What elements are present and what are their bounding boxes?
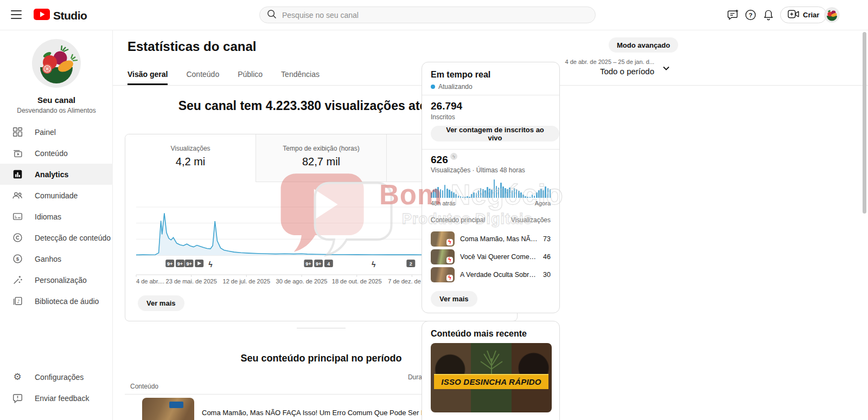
sidebar: Seu canal Desvendando os Alimentos Paine…	[0, 30, 113, 420]
sidebar-item-idiomas[interactable]: Idiomas	[0, 206, 113, 227]
sidebar-item-label: Comunidade	[35, 191, 78, 200]
feedback-icon	[12, 393, 23, 404]
latest-content-card: Conteúdo mais recente ISSO DESINCHA RÁPI…	[422, 321, 560, 420]
svg-text:30 de ago. de 2025: 30 de ago. de 2025	[276, 278, 328, 285]
page-scrollbar	[861, 30, 868, 420]
section-divider	[297, 328, 346, 328]
video-thumbnail: ϟ	[431, 249, 455, 264]
sidebar-item-label: Enviar feedback	[35, 394, 89, 403]
menu-hamburger-icon[interactable]	[11, 10, 22, 19]
realtime-card: Em tempo real Atualizando 26.794 Inscrit…	[422, 62, 560, 313]
realtime-title: Em tempo real	[431, 70, 490, 80]
metric-label: Tempo de exibição (horas)	[283, 145, 359, 152]
svg-text:2: 2	[410, 261, 412, 267]
svg-text:9+: 9+	[177, 261, 183, 267]
sidebar-item-conteudo[interactable]: Conteúdo	[0, 143, 113, 164]
copyright-icon	[12, 232, 23, 243]
realtime-views-label: Visualizações · Últimas 48 horas	[431, 166, 525, 174]
realtime-updating: Atualizando	[431, 83, 473, 91]
channel-search[interactable]	[259, 7, 596, 23]
metric-value: 82,7 mil	[302, 156, 340, 168]
video-title: Você Vai Querer Comer Cast...	[460, 253, 538, 261]
list-item[interactable]: ϟ Você Vai Querer Comer Cast... 46	[431, 249, 551, 264]
metric-tab-visualizacoes[interactable]: Visualizações 4,2 mi	[125, 134, 256, 182]
svg-text:♪: ♪	[17, 299, 20, 304]
create-button[interactable]: Criar	[780, 7, 827, 23]
realtime-list-header: Conteúdo principal Visualizações	[431, 216, 551, 224]
svg-text:18 de out. de 2025: 18 de out. de 2025	[332, 278, 382, 285]
help-icon[interactable]: ?	[744, 9, 757, 21]
svg-text:$: $	[16, 256, 19, 262]
notifications-bell-icon[interactable]	[762, 9, 775, 21]
list-item[interactable]: ϟ Coma Mamão, Mas NÃO FA... 73	[431, 231, 551, 247]
channel-name: Seu canal	[0, 95, 113, 105]
video-title: Coma Mamão, Mas NÃO FA...	[460, 235, 538, 243]
sidebar-item-biblioteca-audio[interactable]: ♪ Biblioteca de áudio	[0, 290, 113, 312]
chart-see-more-button[interactable]: Ver mais	[138, 295, 184, 311]
sidebar-item-label: Detecção de conteúdo	[35, 234, 111, 242]
realtime-see-more-button[interactable]: Ver mais	[431, 291, 477, 307]
tab-visao-geral[interactable]: Visão geral	[127, 65, 168, 85]
live-subscriber-count-button[interactable]: Ver contagem de inscritos ao vivo	[431, 126, 559, 141]
metric-tab-tempo-exibicao[interactable]: Tempo de exibição (horas) 82,7 mil	[256, 134, 386, 182]
tab-publico[interactable]: Público	[238, 65, 263, 85]
updating-dot-icon	[431, 85, 435, 89]
sidebar-item-label: Idiomas	[35, 212, 61, 221]
svg-text:9+: 9+	[305, 261, 311, 267]
dollar-icon: $	[12, 254, 23, 264]
svg-text:12 de jul. de 2025: 12 de jul. de 2025	[223, 278, 270, 285]
sidebar-item-label: Painel	[35, 128, 56, 137]
page-title: Estatísticas do canal	[127, 39, 256, 54]
metric-label: Visualizações	[170, 145, 210, 152]
shorts-info-icon: ϟ	[450, 153, 457, 160]
svg-text:23 de mai. de 2025: 23 de mai. de 2025	[166, 278, 217, 285]
sidebar-item-personalizacao[interactable]: Personalização	[0, 269, 113, 290]
list-item[interactable]: ϟ A Verdade Oculta Sobre a A... 30	[431, 267, 551, 282]
account-avatar[interactable]	[824, 7, 840, 23]
latest-video-thumbnail[interactable]: ISSO DESINCHA RÁPIDO	[431, 343, 552, 412]
tab-conteudo[interactable]: Conteúdo	[186, 65, 219, 85]
scrollbar-thumb[interactable]	[863, 32, 866, 214]
date-range-selector[interactable]: 4 de abr. de 2025 – 25 de jan. d... Todo…	[566, 56, 671, 85]
shorts-icon: ϟ	[446, 239, 453, 245]
sidebar-item-comunidade[interactable]: Comunidade	[0, 185, 113, 206]
realtime-bar-chart	[431, 178, 551, 198]
video-thumbnail	[142, 398, 194, 420]
advanced-mode-button[interactable]: Modo avançado	[609, 37, 678, 53]
updating-label: Atualizando	[438, 83, 473, 91]
search-input[interactable]	[282, 11, 589, 20]
channel-avatar[interactable]	[32, 39, 81, 88]
sidebar-item-analytics[interactable]: Analytics	[0, 164, 113, 185]
search-icon	[266, 9, 277, 22]
subscribers-count: 26.794	[431, 100, 462, 112]
sidebar-item-ganhos[interactable]: $ Ganhos	[0, 248, 113, 269]
column-content: Conteúdo	[130, 383, 158, 390]
sidebar-item-configuracoes[interactable]: ⚙ Configurações	[0, 366, 113, 387]
svg-text:4: 4	[327, 261, 330, 267]
svg-text:?: ?	[749, 12, 752, 18]
list-header-content: Conteúdo principal	[431, 216, 485, 224]
sidebar-item-painel[interactable]: Painel	[0, 121, 113, 143]
pineapple-plant-art	[477, 347, 506, 376]
sidebar-item-label: Personalização	[35, 276, 87, 285]
youtube-studio-logo[interactable]: Studio	[34, 9, 87, 22]
tab-tendencias[interactable]: Tendências	[281, 65, 320, 85]
video-title: A Verdade Oculta Sobre a A...	[460, 271, 538, 279]
svg-text:ϟ: ϟ	[208, 260, 213, 269]
realtime-views-count: 626	[431, 154, 448, 166]
video-views: 30	[543, 271, 551, 279]
list-header-views: Visualizações	[511, 216, 551, 224]
sidebar-item-enviar-feedback[interactable]: Enviar feedback	[0, 387, 113, 409]
gear-icon: ⚙	[12, 372, 23, 383]
sidebar-item-label: Conteúdo	[35, 149, 68, 158]
channel-subtitle: Desvendando os Alimentos	[0, 107, 113, 114]
magic-wand-icon	[12, 275, 23, 286]
chevron-down-icon	[662, 64, 671, 75]
shorts-icon: ϟ	[446, 257, 453, 263]
create-button-label: Criar	[803, 11, 819, 19]
divider	[422, 149, 559, 150]
video-title: Coma Mamão, Mas NÃO FAÇA Isso! Um Erro C…	[202, 409, 451, 417]
content-icon	[12, 148, 23, 159]
feedback-comment-icon[interactable]	[727, 9, 739, 21]
sidebar-item-deteccao[interactable]: Detecção de conteúdo	[0, 227, 113, 248]
